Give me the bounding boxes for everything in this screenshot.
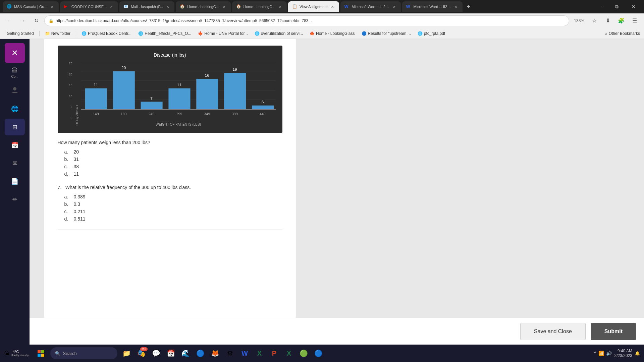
sidebar-item-messages[interactable]: ✉ <box>5 155 25 172</box>
taskbar: 🌤 -4°C Partly cloudy 🔍 Search 📁 <box>0 345 644 362</box>
tab-close-assignment[interactable]: ✕ <box>330 4 335 9</box>
tab-home1[interactable]: 🏠 Home - LookingG... ✕ <box>176 1 230 12</box>
restore-button[interactable]: ⧉ <box>609 1 625 12</box>
option-value-7c: 0.211 <box>74 209 86 214</box>
taskbar-app-word[interactable]: W <box>238 347 252 360</box>
submit-button[interactable]: Submit <box>591 323 636 340</box>
taskbar-app-powerpoint[interactable]: P <box>268 347 281 360</box>
tab-favicon-goodly: ▶ <box>64 4 69 9</box>
weather-desc: Partly cloudy <box>11 354 29 357</box>
sidebar-item-dashboard[interactable]: ⊞ <box>5 119 25 135</box>
bookmark-star-button[interactable]: ☆ <box>589 15 600 26</box>
question-6-text: How many patients weigh less than 200 lb… <box>58 140 282 145</box>
taskbar-app-browser2[interactable]: 🦊 <box>209 347 222 360</box>
bookmark-proquest[interactable]: 🌐 ProQuest Ebook Centr... <box>79 31 134 37</box>
extensions-button[interactable]: 🧩 <box>616 15 627 26</box>
taskbar-app-calendar[interactable]: 📅 <box>164 347 178 360</box>
taskbar-search[interactable]: 🔍 Search <box>50 347 117 359</box>
chrome2-icon: 🟢 <box>300 349 308 357</box>
bookmark-lookingglass[interactable]: 🍁 Home - LookingGlass <box>307 31 357 37</box>
taskbar-clock[interactable]: 9:40 AM 2/23/2023 <box>614 349 632 358</box>
taskbar-app-mail[interactable]: 🎭 99+ <box>135 347 148 360</box>
tab-close-home1[interactable]: ✕ <box>221 4 227 9</box>
bookmarks-overflow[interactable]: » Other Bookmarks <box>605 31 640 36</box>
browser-window: 🌐 MSN Canada | Ou... ✕ ▶ GOODLY COUNSE..… <box>0 0 644 362</box>
bar-value-449: 6 <box>261 100 264 104</box>
tab-close-word2[interactable]: ✕ <box>453 4 459 9</box>
tab-word1[interactable]: W Microsoft Word - HI20... ✕ <box>340 1 401 12</box>
tab-favicon-assignment: 📋 <box>292 4 298 9</box>
tab-msn[interactable]: 🌐 MSN Canada | Ou... ✕ <box>3 1 59 12</box>
bookmark-new-folder[interactable]: 📁 New folder <box>42 31 73 37</box>
edge-icon: 🌊 <box>181 349 190 357</box>
dashboard-icon: ⊞ <box>12 123 17 131</box>
close-button[interactable]: ✕ <box>626 1 641 12</box>
sidebar-item-calendar[interactable]: 📅 <box>5 137 25 154</box>
sidebar-item-documents[interactable]: 📄 <box>5 173 25 190</box>
option-label-7c: c. <box>64 209 71 214</box>
teams-icon: 💬 <box>152 349 160 357</box>
refresh-button[interactable]: ↻ <box>31 15 42 26</box>
option-label-6d: d. <box>64 171 71 177</box>
new-tab-button[interactable]: + <box>464 2 473 11</box>
minimize-button[interactable]: ─ <box>592 1 608 12</box>
bookmark-label: New folder <box>51 31 70 36</box>
bookmark-label: Results for "upstream ... <box>368 31 411 36</box>
close-sidebar-button[interactable]: ✕ <box>5 43 25 63</box>
assignment-container: Disease (in lbs) 25 20 15 10 5 0 FREQUEN… <box>44 39 296 362</box>
other-bookmarks-label: Other Bookmarks <box>609 31 640 36</box>
tab-close-word1[interactable]: ✕ <box>391 4 397 9</box>
bookmark-label: overutilization of servi... <box>261 31 303 36</box>
save-and-close-button[interactable]: Save and Close <box>520 323 586 340</box>
browser2-icon: 🦊 <box>211 349 219 357</box>
bookmark-health[interactable]: 🌐 Health_effects_PFCs_O... <box>136 31 194 37</box>
taskbar-app-teams[interactable]: 💬 <box>150 347 163 360</box>
tab-goodly[interactable]: ▶ GOODLY COUNSE... ✕ <box>60 1 118 12</box>
bookmark-une[interactable]: 🍁 Home - UNE Portal for... <box>195 31 250 37</box>
taskbar-app-zoom[interactable]: 🔵 <box>312 347 325 360</box>
bookmark-label: Home - LookingGlass <box>316 31 355 36</box>
start-button[interactable] <box>34 347 48 360</box>
sidebar-item-courses[interactable]: 🏛 Co... <box>5 64 25 81</box>
back-button[interactable]: ← <box>4 15 15 26</box>
address-bar[interactable]: 🔒 https://confederation.blackboard.com/u… <box>44 15 569 26</box>
tab-home2[interactable]: 🏠 Home - LookingG... ✕ <box>232 1 287 12</box>
tab-close-home2[interactable]: ✕ <box>277 4 283 9</box>
tab-label-assignment: View Assignment <box>300 5 328 9</box>
tab-label-word2: Microsoft Word - HI20... <box>414 5 451 9</box>
taskbar-app-chrome[interactable]: 🔵 <box>194 347 207 360</box>
forward-button[interactable]: → <box>17 15 28 26</box>
tab-favicon-word2: W <box>406 4 412 9</box>
taskbar-app-excel2[interactable]: X <box>282 347 296 360</box>
sidebar-item-globe[interactable]: 🌐 <box>5 101 25 117</box>
tab-view-assignment[interactable]: 📋 View Assignment ✕ <box>288 1 339 12</box>
tab-close-mail[interactable]: ✕ <box>165 4 170 9</box>
tab-word2[interactable]: W Microsoft Word - HI20... ✕ <box>402 1 463 12</box>
downloads-button[interactable]: ⬇ <box>602 15 613 26</box>
y-tick-20: 20 <box>69 73 72 76</box>
zoom-level: 133% <box>572 18 586 24</box>
wifi-icon: 📶 <box>598 351 604 356</box>
bookmark-getting-started[interactable]: Getting Started <box>4 31 37 37</box>
powerpoint-icon: P <box>272 350 276 357</box>
tab-close-msn[interactable]: ✕ <box>49 4 55 9</box>
tab-mail[interactable]: 📧 Mail - fasapokh (F... ✕ <box>119 1 174 12</box>
taskbar-app-settings[interactable]: ⚙ <box>223 347 237 360</box>
sidebar-item-profile[interactable] <box>5 82 25 99</box>
taskbar-app-chrome2[interactable]: 🟢 <box>297 347 311 360</box>
taskbar-app-edge[interactable]: 🌊 <box>179 347 193 360</box>
bar-349 <box>196 79 218 109</box>
bookmark-results[interactable]: 🔵 Results for "upstream ... <box>359 31 414 37</box>
taskbar-app-explorer[interactable]: 📁 <box>120 347 133 360</box>
chevron-up-icon[interactable]: ^ <box>594 351 596 356</box>
settings-button[interactable]: ☰ <box>629 15 640 26</box>
blackboard-sidebar: ✕ 🏛 Co... 🌐 ⊞ <box>0 39 30 362</box>
sidebar-item-tools[interactable]: ✏ <box>5 191 25 208</box>
notification-icon[interactable]: 🔔 <box>635 351 640 356</box>
tab-close-goodly[interactable]: ✕ <box>109 4 114 9</box>
taskbar-app-excel[interactable]: X <box>253 347 266 360</box>
bookmark-overutilization[interactable]: 🌐 overutilization of servi... <box>252 31 306 37</box>
bookmark-pfc[interactable]: 🌐 pfc_rpta.pdf <box>415 31 448 37</box>
bookmark-separator-1 <box>39 31 40 36</box>
option-6b: b. 31 <box>64 157 282 162</box>
